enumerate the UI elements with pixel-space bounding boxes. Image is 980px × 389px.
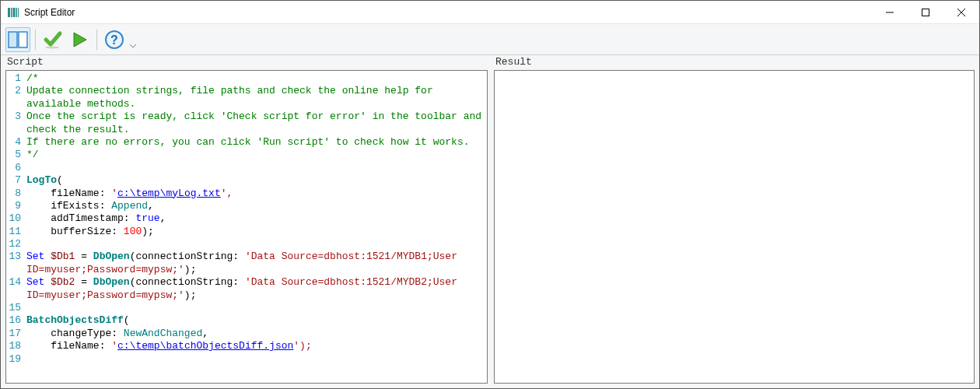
- line-number-gutter: 12345678910111213141516171819: [6, 71, 23, 367]
- svg-text:?: ?: [110, 33, 118, 47]
- content-area: Script 12345678910111213141516171819 /*U…: [1, 55, 979, 388]
- svg-point-11: [45, 46, 59, 48]
- run-script-button[interactable]: [67, 27, 92, 52]
- toolbar-separator: [35, 30, 36, 50]
- titlebar: Script Editor: [1, 1, 979, 24]
- help-icon: ?: [104, 30, 124, 50]
- result-body: [494, 70, 975, 384]
- script-editor-body[interactable]: 12345678910111213141516171819 /*Update c…: [5, 70, 488, 384]
- svg-rect-0: [8, 8, 10, 17]
- minimize-button[interactable]: [872, 1, 908, 23]
- toolbar-overflow-button[interactable]: [128, 27, 138, 52]
- toolbar-separator: [96, 30, 97, 50]
- svg-rect-6: [922, 9, 929, 16]
- code-area: 12345678910111213141516171819 /*Update c…: [6, 71, 487, 367]
- svg-rect-10: [19, 32, 27, 47]
- toggle-panels-button[interactable]: [5, 27, 30, 52]
- script-panel-header: Script: [5, 56, 488, 70]
- script-editor-window: Script Editor: [0, 0, 980, 389]
- check-script-button[interactable]: [40, 27, 65, 52]
- result-panel-header: Result: [494, 56, 975, 70]
- toolbar: ?: [1, 24, 979, 55]
- svg-rect-4: [18, 8, 19, 17]
- play-icon: [70, 30, 89, 49]
- chevron-down-icon: [130, 43, 136, 49]
- check-icon: [43, 30, 63, 49]
- panels-icon: [8, 30, 28, 49]
- svg-rect-9: [9, 32, 17, 47]
- svg-rect-2: [13, 8, 16, 17]
- window-title: Script Editor: [24, 7, 75, 18]
- window-controls: [872, 1, 979, 23]
- close-button[interactable]: [943, 1, 979, 23]
- result-panel: Result: [494, 56, 975, 384]
- svg-rect-1: [11, 8, 12, 17]
- code-content[interactable]: /*Update connection strings, file paths …: [23, 71, 487, 367]
- help-button[interactable]: ?: [102, 27, 127, 52]
- maximize-button[interactable]: [908, 1, 943, 23]
- script-panel: Script 12345678910111213141516171819 /*U…: [5, 56, 488, 384]
- result-text: [495, 71, 974, 77]
- app-icon: [7, 6, 19, 19]
- svg-rect-3: [16, 8, 18, 17]
